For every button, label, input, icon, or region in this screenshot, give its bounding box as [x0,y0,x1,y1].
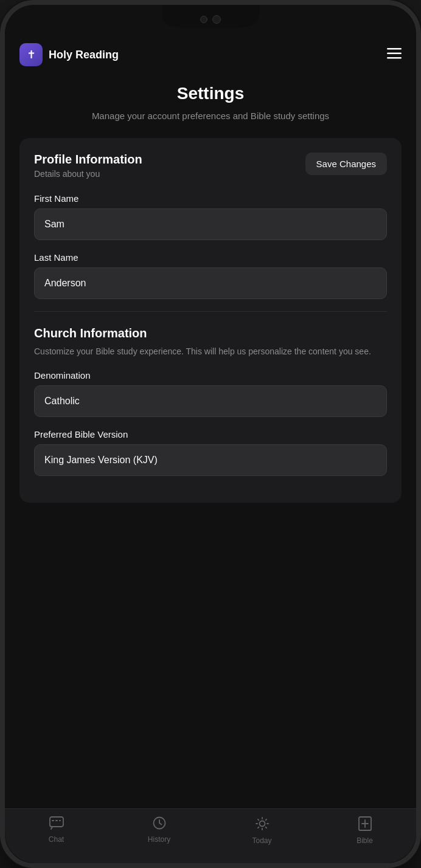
chat-label: Chat [49,835,64,844]
screen: ✝ Holy Reading Settings Manage your acco… [5,5,416,863]
today-label: Today [252,836,271,845]
camera-lens [212,15,221,24]
camera-notch [174,11,247,28]
bible-label: Bible [357,836,373,845]
history-icon [153,816,166,832]
volume-button [0,114,2,139]
last-name-group: Last Name [34,252,387,299]
nav-item-chat[interactable]: Chat [5,816,108,844]
today-icon [255,816,270,833]
svg-rect-3 [50,817,63,827]
svg-rect-2 [387,57,402,59]
nav-item-today[interactable]: Today [211,816,313,845]
card-header-left: Profile Information Details about you [34,153,142,179]
app-name: Holy Reading [49,49,119,61]
history-label: History [148,835,170,844]
first-name-label: First Name [34,193,387,204]
save-changes-button[interactable]: Save Changes [305,153,387,175]
phone-frame: ✝ Holy Reading Settings Manage your acco… [0,0,421,868]
bible-version-input[interactable] [34,444,387,476]
church-section-desc: Customize your Bible study experience. T… [34,345,387,358]
scroll-content[interactable]: Settings Manage your account preferences… [5,72,416,808]
logo-icon: ✝ [19,43,43,66]
bible-icon [358,816,372,833]
top-nav: ✝ Holy Reading [5,38,416,72]
bible-version-group: Preferred Bible Version [34,429,387,476]
chat-icon [49,816,64,832]
svg-point-8 [259,821,265,827]
logo-symbol: ✝ [27,48,36,61]
church-section-title: Church Information [34,326,387,340]
last-name-input[interactable] [34,267,387,299]
camera-sensor [200,16,207,23]
first-name-input[interactable] [34,208,387,240]
app-logo: ✝ Holy Reading [19,43,119,66]
bible-version-label: Preferred Bible Version [34,429,387,439]
svg-rect-5 [55,820,58,821]
svg-rect-0 [387,48,402,50]
denomination-group: Denomination [34,370,387,417]
svg-rect-4 [52,820,54,821]
profile-section-title: Profile Information [34,153,142,167]
menu-button[interactable] [387,48,402,61]
nav-item-bible[interactable]: Bible [313,816,416,845]
first-name-group: First Name [34,193,387,240]
profile-section-subtitle: Details about you [34,169,142,179]
bottom-nav: Chat History Today [5,808,416,863]
section-divider [34,311,387,312]
nav-item-history[interactable]: History [108,816,211,844]
svg-rect-6 [59,820,61,821]
last-name-label: Last Name [34,252,387,263]
page-subtitle: Manage your account preferences and Bibl… [19,109,402,123]
profile-card: Profile Information Details about you Sa… [19,138,402,503]
svg-rect-1 [387,53,402,55]
denomination-label: Denomination [34,370,387,381]
denomination-input[interactable] [34,385,387,417]
page-title: Settings [19,84,402,103]
card-header: Profile Information Details about you Sa… [34,153,387,179]
